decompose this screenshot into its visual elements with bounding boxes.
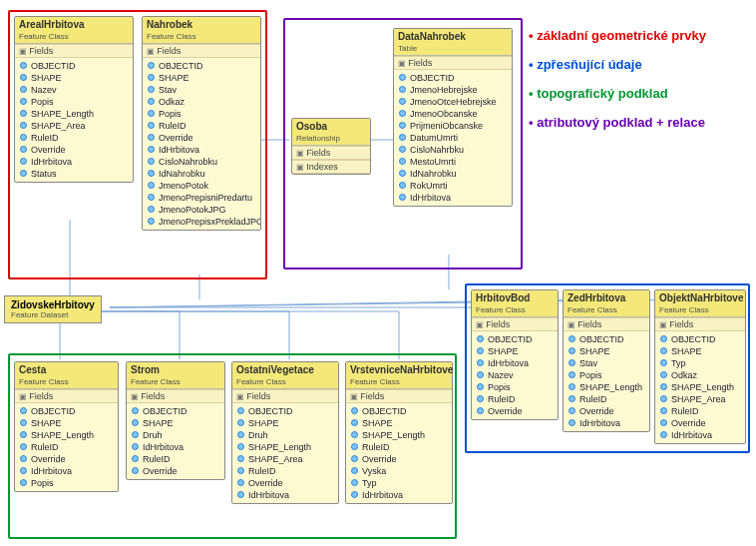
field-icon [237, 419, 244, 426]
field-icon [568, 347, 575, 354]
field-row: OBJECTID [346, 405, 452, 417]
field-icon [351, 419, 358, 426]
section-fields: Fields [127, 389, 224, 403]
table-strom: Strom Feature Class Fields OBJECTIDSHAPE… [126, 361, 225, 480]
sub: Feature Class [476, 305, 526, 314]
field-row: RuleID [232, 465, 338, 477]
field-row: Override [564, 405, 649, 417]
dataset-box: ZidovskeHrbitovy Feature Dataset [4, 295, 102, 323]
section-fields: Fields [346, 389, 452, 403]
field-icon [568, 359, 575, 366]
field-icon [399, 98, 406, 105]
field-icon [20, 146, 27, 153]
field-row: OBJECTID [472, 333, 558, 345]
field-icon [148, 110, 155, 117]
table-hrbitovbod: HrbitovBod Feature Class Fields OBJECTID… [471, 289, 559, 420]
section-fields: Fields [15, 44, 133, 58]
field-icon [237, 479, 244, 486]
field-row: SHAPE_Area [232, 453, 338, 465]
field-row: Odkaz [655, 369, 745, 381]
field-icon [20, 74, 27, 81]
field-icon [477, 383, 484, 390]
field-row: IdNahrobku [143, 168, 260, 180]
field-row: IdHrbitova [143, 144, 260, 156]
field-row: Nazev [15, 84, 133, 96]
field-icon [351, 467, 358, 474]
field-icon [399, 74, 406, 81]
field-icon [399, 110, 406, 117]
field-icon [148, 146, 155, 153]
field-row: IdNahrobku [394, 168, 512, 180]
sub: Feature Class [131, 377, 181, 386]
field-icon [351, 455, 358, 462]
field-row: OBJECTID [394, 72, 512, 84]
field-icon [477, 395, 484, 402]
field-row: SHAPE [15, 72, 133, 84]
field-row: IdHrbitova [127, 441, 224, 453]
field-icon [568, 335, 575, 342]
field-icon [237, 431, 244, 438]
field-row: MestoUmrti [394, 156, 512, 168]
field-icon [20, 110, 27, 117]
table-vrstevnice: VrstevniceNaHrbitove Feature Class Field… [345, 361, 453, 504]
field-row: RuleID [564, 393, 649, 405]
title: ZedHrbitova [567, 292, 645, 303]
field-icon [568, 407, 575, 414]
field-row: RuleID [346, 441, 452, 453]
field-row: SHAPE [655, 345, 745, 357]
dataset-sub: Feature Dataset [11, 310, 95, 319]
table-arealhrbitova: ArealHrbitova Feature Class Fields OBJEC… [14, 16, 134, 183]
legend-blue: • zpřesňující údaje [529, 57, 706, 72]
field-icon [148, 182, 155, 189]
field-icon [148, 194, 155, 201]
field-row: Override [472, 405, 558, 417]
field-row: OBJECTID [127, 405, 224, 417]
field-row: SHAPE_Area [655, 393, 745, 405]
field-icon [351, 407, 358, 414]
field-icon [148, 218, 155, 225]
field-row: Override [15, 453, 118, 465]
table-datanahrobek: DataNahrobek Table Fields OBJECTIDJmenoH… [393, 28, 513, 207]
field-icon [351, 431, 358, 438]
field-icon [148, 170, 155, 177]
table-nahrobek: Nahrobek Feature Class Fields OBJECTIDSH… [142, 16, 261, 231]
field-row: Popis [472, 381, 558, 393]
field-icon [148, 134, 155, 141]
title: Cesta [19, 364, 114, 375]
field-row: SHAPE_Length [15, 108, 133, 120]
field-row: JmenoPotok [143, 180, 260, 192]
field-row: OBJECTID [143, 60, 260, 72]
field-row: Override [127, 465, 224, 477]
dataset-title: ZidovskeHrbitovy [11, 299, 95, 310]
field-row: IdHrbitova [346, 489, 452, 501]
field-icon [132, 443, 139, 450]
field-icon [148, 86, 155, 93]
field-icon [20, 467, 27, 474]
title: ObjektNaHrbitove [659, 292, 741, 303]
field-icon [660, 359, 667, 366]
field-row: IdHrbitova [472, 357, 558, 369]
field-row: PrijmeniObcanske [394, 120, 512, 132]
field-icon [351, 491, 358, 498]
field-icon [20, 407, 27, 414]
field-icon [20, 419, 27, 426]
field-row: Popis [15, 477, 118, 489]
field-icon [660, 407, 667, 414]
field-icon [399, 182, 406, 189]
field-icon [132, 455, 139, 462]
section-fields: Fields [655, 317, 745, 331]
field-row: RuleID [15, 132, 133, 144]
field-icon [399, 146, 406, 153]
title: OstatniVegetace [236, 364, 334, 375]
field-icon [132, 467, 139, 474]
field-row: Override [232, 477, 338, 489]
title: DataNahrobek [398, 31, 508, 42]
field-icon [20, 443, 27, 450]
sub: Feature Class [350, 377, 400, 386]
field-row: JmenoPrepisniPredartu [143, 192, 260, 204]
field-icon [660, 395, 667, 402]
field-icon [568, 395, 575, 402]
field-icon [477, 359, 484, 366]
field-icon [568, 419, 575, 426]
field-row: CisloNahrbku [394, 144, 512, 156]
